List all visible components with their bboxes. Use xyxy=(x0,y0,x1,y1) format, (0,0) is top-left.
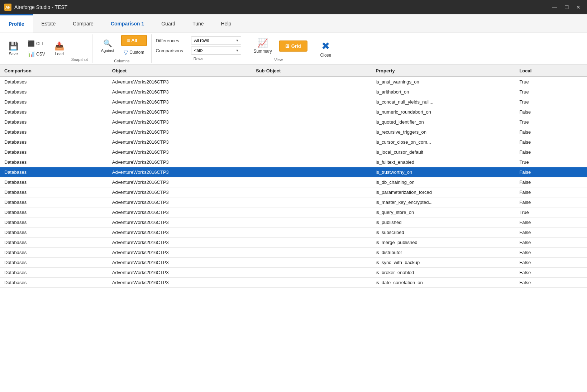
table-row[interactable]: DatabasesAdventureWorks2016CTP3is_trustw… xyxy=(0,167,587,177)
cell-comparison: Databases xyxy=(0,248,108,258)
window-controls: — ☐ ✕ xyxy=(550,4,583,11)
table-row[interactable]: DatabasesAdventureWorks2016CTP3is_aritha… xyxy=(0,87,587,97)
cell-subobject xyxy=(252,238,371,248)
table-row[interactable]: DatabasesAdventureWorks2016CTP3is_recurs… xyxy=(0,127,587,137)
custom-button[interactable]: ▽ Custom xyxy=(121,48,147,57)
tab-estate[interactable]: Estate xyxy=(33,14,65,33)
toolbar-snapshot-section: 💾 Save ⬛ CLI 📊 CSV 📥 Load Snapshot xyxy=(0,34,92,63)
table-row[interactable]: DatabasesAdventureWorks2016CTP3is_local_… xyxy=(0,147,587,157)
col-header-comparison[interactable]: Comparison xyxy=(0,65,108,77)
table-row[interactable]: DatabasesAdventureWorks2016CTP3is_ansi_w… xyxy=(0,77,587,87)
cell-comparison: Databases xyxy=(0,207,108,217)
table-row[interactable]: DatabasesAdventureWorks2016CTP3is_parame… xyxy=(0,187,587,197)
cell-property: is_published xyxy=(371,217,515,228)
close-button[interactable]: ✖ Close xyxy=(316,38,335,60)
cell-local: True xyxy=(515,77,587,87)
comparisons-select-wrapper[interactable]: <all> xyxy=(191,47,241,54)
cell-comparison: Databases xyxy=(0,77,108,87)
maximize-button[interactable]: ☐ xyxy=(562,4,571,11)
tab-comparison1[interactable]: Comparison 1 xyxy=(102,14,153,33)
table-row[interactable]: DatabasesAdventureWorks2016CTP3is_master… xyxy=(0,197,587,207)
table-row[interactable]: DatabasesAdventureWorks2016CTP3is_cursor… xyxy=(0,137,587,147)
cell-local: False xyxy=(515,167,587,177)
cell-comparison: Databases xyxy=(0,147,108,157)
cell-local: True xyxy=(515,97,587,107)
tab-help[interactable]: Help xyxy=(213,14,240,33)
cell-object: AdventureWorks2016CTP3 xyxy=(108,187,252,197)
table-row[interactable]: DatabasesAdventureWorks2016CTP3is_fullte… xyxy=(0,157,587,167)
rows-label: Rows xyxy=(156,57,241,61)
cli-button[interactable]: ⬛ CLI xyxy=(25,39,48,48)
cell-property: is_sync_with_backup xyxy=(371,258,515,268)
summary-button[interactable]: 📈 Summary xyxy=(250,35,276,56)
csv-icon: 📊 xyxy=(28,51,35,57)
tab-compare[interactable]: Compare xyxy=(64,14,102,33)
table-row[interactable]: DatabasesAdventureWorks2016CTP3is_db_cha… xyxy=(0,177,587,187)
cell-comparison: Databases xyxy=(0,127,108,137)
table-row[interactable]: DatabasesAdventureWorks2016CTP3is_subscr… xyxy=(0,228,587,238)
cell-comparison: Databases xyxy=(0,157,108,167)
cell-comparison: Databases xyxy=(0,187,108,197)
table-container[interactable]: Comparison Object Sub-Object Property Lo… xyxy=(0,65,587,392)
cell-property: is_trustworthy_on xyxy=(371,167,515,177)
table-row[interactable]: DatabasesAdventureWorks2016CTP3is_publis… xyxy=(0,217,587,228)
title-bar: AF Aireforge Studio - TEST — ☐ ✕ xyxy=(0,0,587,14)
csv-button[interactable]: 📊 CSV xyxy=(25,49,48,59)
cell-local: True xyxy=(515,117,587,127)
table-row[interactable]: DatabasesAdventureWorks2016CTP3is_concat… xyxy=(0,97,587,107)
against-button[interactable]: 🔍 Against xyxy=(97,37,118,54)
all-icon: ≡ xyxy=(127,38,130,43)
cell-comparison: Databases xyxy=(0,228,108,238)
comparisons-select[interactable]: <all> xyxy=(191,47,241,54)
minimize-button[interactable]: — xyxy=(550,4,559,11)
close-window-button[interactable]: ✕ xyxy=(574,4,583,11)
table-row[interactable]: DatabasesAdventureWorks2016CTP3is_numeri… xyxy=(0,107,587,117)
tab-tune[interactable]: Tune xyxy=(184,14,212,33)
tab-profile[interactable]: Profile xyxy=(0,14,33,33)
cell-local: False xyxy=(515,217,587,228)
col-header-local[interactable]: Local xyxy=(515,65,587,77)
table-row[interactable]: DatabasesAdventureWorks2016CTP3is_query_… xyxy=(0,207,587,217)
table-row[interactable]: DatabasesAdventureWorks2016CTP3is_sync_w… xyxy=(0,258,587,268)
comparisons-label: Comparisons xyxy=(156,48,188,53)
table-body: DatabasesAdventureWorks2016CTP3is_ansi_w… xyxy=(0,77,587,288)
col-header-object[interactable]: Object xyxy=(108,65,252,77)
cell-comparison: Databases xyxy=(0,177,108,187)
col-header-subobject[interactable]: Sub-Object xyxy=(252,65,371,77)
grid-button[interactable]: ⊞ Grid xyxy=(279,40,307,52)
differences-select[interactable]: All rows Differences only Same only xyxy=(191,37,241,44)
title-bar-left: AF Aireforge Studio - TEST xyxy=(4,4,67,11)
table-header-row: Comparison Object Sub-Object Property Lo… xyxy=(0,65,587,77)
cell-local: False xyxy=(515,248,587,258)
toolbar-columns-section: 🔍 Against ≡ All ▽ Custom Columns xyxy=(92,34,151,63)
filter-icon: ▽ xyxy=(124,49,128,56)
table-row[interactable]: DatabasesAdventureWorks2016CTP3is_distri… xyxy=(0,248,587,258)
table-row[interactable]: DatabasesAdventureWorks2016CTP3is_quoted… xyxy=(0,117,587,127)
cell-property: is_parameterization_forced xyxy=(371,187,515,197)
cell-property: is_cursor_close_on_com... xyxy=(371,137,515,147)
load-button[interactable]: 📥 Load xyxy=(51,40,68,58)
table-row[interactable]: DatabasesAdventureWorks2016CTP3is_merge_… xyxy=(0,238,587,248)
cell-subobject xyxy=(252,187,371,197)
cell-subobject xyxy=(252,177,371,187)
cell-object: AdventureWorks2016CTP3 xyxy=(108,127,252,137)
cell-local: False xyxy=(515,278,587,288)
save-button[interactable]: 💾 Save xyxy=(4,40,22,58)
cell-local: False xyxy=(515,147,587,157)
cell-property: is_master_key_encrypted... xyxy=(371,197,515,207)
col-header-property[interactable]: Property xyxy=(371,65,515,77)
cell-local: False xyxy=(515,238,587,248)
cell-object: AdventureWorks2016CTP3 xyxy=(108,77,252,87)
table-row[interactable]: DatabasesAdventureWorks2016CTP3is_date_c… xyxy=(0,278,587,288)
cell-object: AdventureWorks2016CTP3 xyxy=(108,228,252,238)
summary-icon: 📈 xyxy=(257,38,268,48)
cell-property: is_concat_null_yields_null... xyxy=(371,97,515,107)
all-button[interactable]: ≡ All xyxy=(121,35,147,46)
differences-select-wrapper[interactable]: All rows Differences only Same only xyxy=(191,37,241,44)
tab-guard[interactable]: Guard xyxy=(153,14,184,33)
cell-property: is_arithabort_on xyxy=(371,87,515,97)
cell-subobject xyxy=(252,117,371,127)
table-row[interactable]: DatabasesAdventureWorks2016CTP3is_broker… xyxy=(0,268,587,278)
cell-local: False xyxy=(515,137,587,147)
cell-object: AdventureWorks2016CTP3 xyxy=(108,87,252,97)
